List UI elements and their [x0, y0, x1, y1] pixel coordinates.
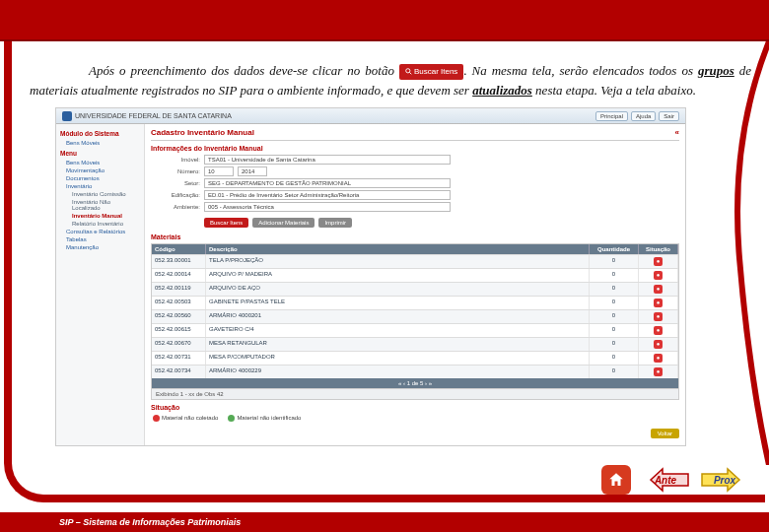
sidebar-item-tab[interactable]: Tabelas — [60, 235, 140, 243]
sidebar-item-cons[interactable]: Consultas e Relatórios — [60, 228, 140, 235]
cell-quantidade: 0 — [590, 255, 639, 268]
buscar-itens-button[interactable]: Buscar Itens — [204, 218, 248, 228]
cell-codigo: 052.42.00731 — [152, 352, 206, 365]
cell-quantidade: 0 — [590, 338, 639, 351]
section-materiais: Materiais — [151, 233, 679, 240]
cell-codigo: 052.42.00014 — [152, 269, 206, 282]
sidebar-sub-naoloc[interactable]: Inventário Não Localizado — [60, 198, 140, 212]
logo-icon — [62, 111, 72, 121]
logo-text: UNIVERSIDADE FEDERAL DE SANTA CATARINA — [75, 112, 232, 119]
col-situacao: Situação — [639, 244, 678, 254]
grid-header: Código Descrição Quantidade Situação — [152, 244, 678, 254]
adicionar-materiais-button[interactable]: Adicionar Materiais — [252, 218, 315, 228]
next-button[interactable]: Prox — [700, 467, 749, 493]
sidebar-heading-modulo: Módulo do Sistema — [60, 130, 140, 137]
field-numero-a[interactable]: 10 — [204, 166, 234, 176]
sidebar-sub-rel[interactable]: Relatório Inventário — [60, 220, 140, 228]
table-row[interactable]: 052.42.00503GABINETE P/PASTAS TELE0● — [152, 296, 678, 309]
sidebar: Módulo do Sistema Bens Móveis Menu Bens … — [56, 124, 145, 445]
cell-quantidade: 0 — [590, 324, 639, 337]
cell-situacao: ● — [639, 324, 678, 337]
field-numero-b[interactable]: 2014 — [238, 166, 267, 176]
table-row[interactable]: 052.42.00731MESA P/COMPUTADOR0● — [152, 351, 678, 365]
sidebar-item-man[interactable]: Manutenção — [60, 243, 140, 251]
table-row[interactable]: 052.42.00014ARQUIVO P/ MADEIRA0● — [152, 268, 678, 282]
cell-descricao: ARMÁRIO 4000201 — [206, 310, 590, 323]
label-edif: Edificação: — [151, 192, 200, 198]
svg-line-1 — [409, 73, 411, 75]
voltar-button[interactable]: Voltar — [651, 429, 679, 438]
table-row[interactable]: 052.42.00734ARMÁRIO 40002290● — [152, 365, 678, 378]
page-title-text: Cadastro Inventário Manual — [151, 128, 254, 137]
cell-quantidade: 0 — [590, 366, 639, 378]
field-amb[interactable]: 005 - Assessoria Técnica — [204, 202, 451, 212]
field-setor[interactable]: SEG - DEPARTAMENTO DE GESTÃO PATRIMONIAL — [204, 178, 451, 188]
legend-heading: Situação — [151, 404, 679, 411]
cell-situacao: ● — [639, 255, 678, 268]
screenshot-embed: UNIVERSIDADE FEDERAL DE SANTA CATARINA P… — [55, 107, 686, 446]
page-title: Cadastro Inventário Manual« — [151, 128, 679, 141]
imprimir-button[interactable]: Imprimir — [318, 218, 352, 228]
sidebar-item-doc[interactable]: Documentos — [60, 174, 140, 182]
sidebar-heading-menu: Menu — [60, 150, 140, 157]
status-badge-icon: ● — [654, 326, 663, 335]
slide-bottom-bar: SIP – Sistema de Informações Patrimoniai… — [0, 512, 769, 532]
search-icon — [405, 68, 412, 75]
slide-top-bar — [0, 0, 769, 41]
sidebar-sub-manual[interactable]: Inventário Manual — [60, 212, 140, 220]
sidebar-item-mov[interactable]: Movimentação — [60, 166, 140, 174]
svg-point-0 — [406, 69, 410, 73]
sidebar-item-inv[interactable]: Inventário — [60, 182, 140, 190]
cell-situacao: ● — [639, 269, 678, 282]
cell-situacao: ● — [639, 283, 678, 296]
cell-codigo: 052.42.00503 — [152, 297, 206, 309]
label-numero: Número: — [151, 168, 200, 174]
cell-situacao: ● — [639, 297, 678, 309]
legend-text-2: Material não identificado — [237, 415, 301, 421]
cell-descricao: TELA P/PROJEÇÃO — [206, 255, 590, 268]
cell-codigo: 052.42.00670 — [152, 338, 206, 351]
ajuda-button[interactable]: Ajuda — [631, 111, 656, 121]
principal-button[interactable]: Principal — [595, 111, 628, 121]
collapse-icon[interactable]: « — [675, 128, 679, 137]
status-badge-icon: ● — [654, 257, 663, 266]
text-part-4: nesta etapa. Veja a tela abaixo. — [532, 83, 696, 98]
label-imovel: Imóvel: — [151, 157, 200, 163]
prev-label: Ante — [655, 475, 676, 486]
cell-quantidade: 0 — [590, 269, 639, 282]
sidebar-module[interactable]: Bens Móveis — [60, 139, 140, 147]
table-row[interactable]: 052.42.00615GAVETEIRO C/40● — [152, 323, 678, 337]
cell-descricao: ARQUIVO P/ MADEIRA — [206, 269, 590, 282]
table-row[interactable]: 052.33.00001TELA P/PROJEÇÃO0● — [152, 254, 678, 268]
home-button[interactable] — [601, 465, 631, 495]
next-label: Prox — [714, 475, 735, 486]
label-amb: Ambiente: — [151, 204, 200, 210]
field-edif[interactable]: ED.01 - Prédio de Inventário Setor Admin… — [204, 190, 451, 200]
grid-pager[interactable]: « ‹ 1 de 5 › » — [152, 378, 678, 388]
status-badge-icon: ● — [654, 299, 663, 307]
table-row[interactable]: 052.42.00670MESA RETANGULAR0● — [152, 337, 678, 351]
legend-dot-red — [153, 415, 160, 422]
cell-situacao: ● — [639, 352, 678, 365]
cell-descricao: GAVETEIRO C/4 — [206, 324, 590, 337]
table-row[interactable]: 052.42.00119ARQUIVO DE AÇO0● — [152, 282, 678, 296]
sidebar-item-bens[interactable]: Bens Móveis — [60, 159, 140, 166]
text-part-2: . Na mesma tela, serão elencados todos o… — [463, 63, 698, 78]
field-imovel[interactable]: TSA01 - Universidade de Santa Catarina — [204, 155, 451, 165]
cell-descricao: MESA P/COMPUTADOR — [206, 352, 590, 365]
cell-situacao: ● — [639, 366, 678, 378]
footer-text: SIP – Sistema de Informações Patrimoniai… — [59, 517, 241, 527]
prev-button[interactable]: Ante — [641, 467, 690, 493]
col-codigo: Código — [152, 244, 206, 254]
text-part-1: Após o preenchimento dos dados deve-se c… — [89, 63, 399, 78]
sidebar-sub-comissao[interactable]: Inventário Comissão — [60, 190, 140, 198]
slide-frame: Após o preenchimento dos dados deve-se c… — [4, 41, 765, 502]
col-descricao: Descrição — [206, 244, 590, 254]
materiais-grid: Código Descrição Quantidade Situação 052… — [151, 243, 679, 400]
legend-item-1: Material não coletado — [153, 415, 218, 422]
cell-codigo: 052.42.00615 — [152, 324, 206, 337]
table-row[interactable]: 052.42.00560ARMÁRIO 40002010● — [152, 309, 678, 323]
status-badge-icon: ● — [654, 340, 663, 349]
status-badge-icon: ● — [654, 285, 663, 294]
sair-button[interactable]: Sair — [659, 111, 679, 121]
